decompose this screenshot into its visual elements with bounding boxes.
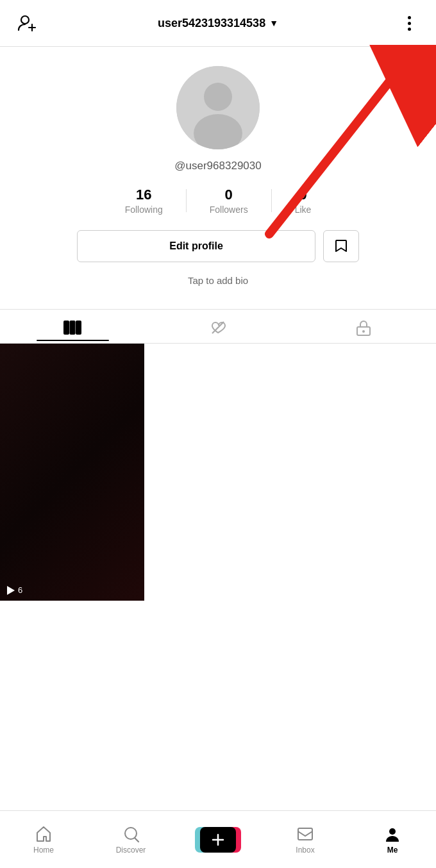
play-count: 6 — [18, 585, 22, 595]
followers-label: Followers — [210, 204, 248, 215]
svg-rect-10 — [76, 321, 81, 334]
nav-add[interactable] — [192, 827, 244, 853]
inbox-label: Inbox — [296, 846, 314, 855]
username-header[interactable]: user5423193314538 ▼ — [158, 17, 278, 30]
svg-rect-8 — [64, 321, 69, 334]
video-grid: 6 — [0, 344, 436, 601]
header: user5423193314538 ▼ — [0, 0, 436, 47]
dot-2 — [408, 22, 411, 25]
nav-discover[interactable]: Discover — [105, 825, 156, 855]
svg-marker-14 — [7, 586, 15, 595]
add-inner — [200, 827, 236, 853]
avatar — [176, 66, 260, 149]
plus-icon — [211, 833, 225, 847]
followers-stat[interactable]: 0 Followers — [187, 187, 271, 215]
bookmark-button[interactable] — [323, 230, 359, 262]
tab-private[interactable] — [290, 310, 436, 343]
bio-placeholder[interactable]: Tap to add bio — [188, 275, 248, 286]
nav-home[interactable]: Home — [18, 825, 69, 855]
action-row: Edit profile — [77, 230, 359, 262]
followers-count: 0 — [225, 187, 233, 203]
dot-3 — [408, 28, 411, 31]
svg-rect-19 — [298, 828, 312, 840]
discover-icon — [122, 825, 140, 843]
svg-rect-9 — [71, 321, 75, 334]
likes-count: 0 — [299, 187, 306, 203]
likes-stat[interactable]: 0 Like — [272, 187, 335, 215]
user-handle: @user968329030 — [174, 160, 261, 172]
following-label: Following — [125, 204, 163, 215]
tab-liked[interactable] — [146, 310, 291, 343]
home-icon — [35, 825, 53, 843]
svg-point-13 — [362, 330, 365, 333]
stats-row: 16 Following 0 Followers 0 Like — [102, 187, 335, 215]
inbox-icon — [296, 825, 314, 843]
play-icon — [5, 585, 15, 596]
bottom-nav: Home Discover Inbox Me — [0, 810, 436, 868]
add-video-button[interactable] — [200, 827, 236, 853]
svg-point-0 — [21, 16, 29, 24]
more-options-button[interactable] — [395, 9, 423, 37]
dot-1 — [408, 16, 411, 19]
content-tabs — [0, 310, 436, 344]
me-label: Me — [387, 846, 398, 855]
svg-point-20 — [389, 828, 396, 835]
add-user-button[interactable] — [13, 9, 41, 37]
edit-profile-button[interactable]: Edit profile — [77, 230, 315, 262]
tab-videos[interactable] — [0, 312, 146, 341]
following-count: 16 — [136, 187, 151, 203]
profile-section: @user968329030 16 Following 0 Followers … — [0, 47, 436, 305]
discover-label: Discover — [116, 846, 146, 855]
svg-line-16 — [135, 838, 138, 842]
home-label: Home — [33, 846, 54, 855]
likes-label: Like — [295, 204, 312, 215]
dropdown-icon: ▼ — [269, 18, 278, 28]
svg-point-6 — [204, 83, 232, 111]
video-play-info: 6 — [5, 585, 22, 596]
nav-me[interactable]: Me — [367, 825, 418, 855]
username-text: user5423193314538 — [158, 17, 265, 30]
following-stat[interactable]: 16 Following — [102, 187, 186, 215]
me-icon — [383, 825, 401, 843]
video-thumbnail[interactable]: 6 — [0, 344, 144, 601]
nav-inbox[interactable]: Inbox — [280, 825, 331, 855]
